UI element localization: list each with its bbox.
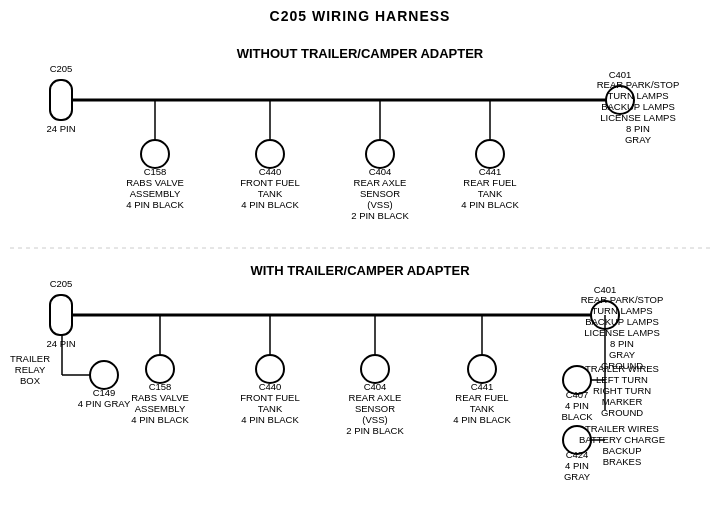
svg-point-28 (361, 355, 389, 383)
s1-c441-desc2: TANK (478, 188, 503, 199)
s1-c401-desc4: LICENSE LAMPS (600, 112, 676, 123)
s1-c404-desc4: 2 PIN BLACK (351, 210, 409, 221)
s2-c424-desc1: TRAILER WIRES (585, 423, 659, 434)
s1-c158-desc1: RABS VALVE (126, 177, 184, 188)
s2-c158-name: C158 (149, 381, 172, 392)
s1-c441-desc3: 4 PIN BLACK (461, 199, 519, 210)
s2-c407-desc4: MARKER (602, 396, 643, 407)
s2-relay-box-label3: BOX (20, 375, 41, 386)
s2-relay-box-label2: RELAY (15, 364, 46, 375)
svg-point-6 (256, 140, 284, 168)
s2-c441-desc1: REAR FUEL (455, 392, 508, 403)
s2-c440-name: C440 (259, 381, 282, 392)
section2-title: WITH TRAILER/CAMPER ADAPTER (250, 263, 470, 278)
s1-c440-desc3: 4 PIN BLACK (241, 199, 299, 210)
s2-c401-pins: 8 PIN (610, 338, 634, 349)
s2-relay-box-label: TRAILER (10, 353, 50, 364)
s1-c401-color: GRAY (625, 134, 652, 145)
svg-rect-1 (50, 80, 72, 120)
svg-point-16 (90, 361, 118, 389)
s1-c440-name: C440 (259, 166, 282, 177)
svg-point-8 (366, 140, 394, 168)
s2-c404-desc3: (VSS) (362, 414, 387, 425)
s2-c407-color: BLACK (561, 411, 593, 422)
s2-24pin-label: 24 PIN (46, 338, 75, 349)
s2-c424-pins: 4 PIN (565, 460, 589, 471)
s2-c401-desc4: LICENSE LAMPS (584, 327, 660, 338)
s1-c404-desc2: SENSOR (360, 188, 400, 199)
s2-c440-desc3: 4 PIN BLACK (241, 414, 299, 425)
s2-c407-name: C407 (566, 389, 589, 400)
s2-c441-desc2: TANK (470, 403, 495, 414)
s1-c401-desc3: BACKUP LAMPS (601, 101, 675, 112)
s1-c404-name: C404 (369, 166, 392, 177)
s2-c404-desc4: 2 PIN BLACK (346, 425, 404, 436)
s2-c401-desc3: BACKUP LAMPS (585, 316, 659, 327)
s2-c401-desc2: TURN LAMPS (591, 305, 652, 316)
s1-c440-desc1: FRONT FUEL (240, 177, 299, 188)
s2-c424-color: GRAY (564, 471, 591, 482)
s2-c158-desc3: 4 PIN BLACK (131, 414, 189, 425)
s1-c158-desc3: 4 PIN BLACK (126, 199, 184, 210)
s1-c441-name: C441 (479, 166, 502, 177)
diagram-container: C205 WIRING HARNESS WITHOUT TRAILER/CAMP… (0, 0, 720, 517)
s2-c404-desc1: REAR AXLE (349, 392, 402, 403)
s2-c407-desc5: GROUND (601, 407, 643, 418)
s2-c441-name: C441 (471, 381, 494, 392)
s2-c407-desc3: RIGHT TURN (593, 385, 651, 396)
s2-c407-desc1: TRAILER WIRES (585, 363, 659, 374)
s1-c404-desc1: REAR AXLE (354, 177, 407, 188)
svg-point-24 (146, 355, 174, 383)
section1-title: WITHOUT TRAILER/CAMPER ADAPTER (237, 46, 484, 61)
svg-point-4 (141, 140, 169, 168)
s2-c424-desc4: BRAKES (603, 456, 642, 467)
s2-c158-desc2: ASSEMBLY (135, 403, 186, 414)
s2-c149-pins: 4 PIN GRAY (78, 398, 131, 409)
s2-c404-name: C404 (364, 381, 387, 392)
s2-c407-desc2: LEFT TURN (596, 374, 648, 385)
svg-point-30 (468, 355, 496, 383)
s2-c424-desc2: BATTERY CHARGE (579, 434, 665, 445)
s2-c440-desc1: FRONT FUEL (240, 392, 299, 403)
s1-c441-desc1: REAR FUEL (463, 177, 516, 188)
s1-c440-desc2: TANK (258, 188, 283, 199)
s2-c149-name: C149 (93, 387, 116, 398)
s2-c424-desc3: BACKUP (602, 445, 641, 456)
s2-c441-desc3: 4 PIN BLACK (453, 414, 511, 425)
s2-c158-desc1: RABS VALVE (131, 392, 189, 403)
s2-c440-desc2: TANK (258, 403, 283, 414)
s2-c401-color: GRAY (609, 349, 636, 360)
s1-c401-pins: 8 PIN (626, 123, 650, 134)
s2-c407-pins: 4 PIN (565, 400, 589, 411)
svg-point-26 (256, 355, 284, 383)
s1-24pin-label: 24 PIN (46, 123, 75, 134)
s1-c404-desc3: (VSS) (367, 199, 392, 210)
svg-point-10 (476, 140, 504, 168)
svg-rect-13 (50, 295, 72, 335)
s2-c205-label: C205 (50, 278, 73, 289)
s1-c205-label: C205 (50, 63, 73, 74)
s1-c401-desc1: REAR PARK/STOP (597, 79, 680, 90)
s2-c404-desc2: SENSOR (355, 403, 395, 414)
s1-c158-name: C158 (144, 166, 167, 177)
s2-c401-desc1: REAR PARK/STOP (581, 294, 664, 305)
s1-c158-desc2: ASSEMBLY (130, 188, 181, 199)
s1-c401-desc2: TURN LAMPS (607, 90, 668, 101)
s2-c424-name: C424 (566, 449, 589, 460)
